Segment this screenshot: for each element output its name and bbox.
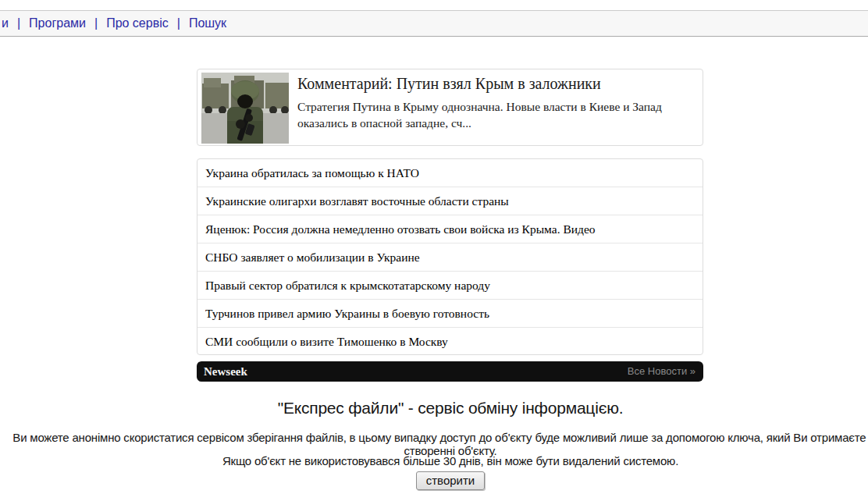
page: и|Програми|Про сервіс|Пошук: [0, 0, 868, 494]
service-heading: "Експрес файли" - сервіс обміну інформац…: [0, 399, 868, 418]
nav-separator: |: [177, 16, 180, 30]
soldier-photo-illustration: [201, 73, 289, 144]
news-item[interactable]: Турчинов привел армию Украины в боевую г…: [197, 300, 703, 328]
service-description-line1: Ви можете анонімно скористатися сервісом…: [0, 431, 868, 457]
news-item[interactable]: Украина обратилась за помощью к НАТО: [197, 159, 703, 187]
featured-news-title[interactable]: Комментарий: Путин взял Крым в заложники: [297, 75, 692, 93]
nav-link-search[interactable]: Пошук: [189, 16, 226, 30]
nav-separator: |: [17, 16, 20, 30]
news-item[interactable]: СНБО заявляет о мобилизации в Украине: [197, 243, 703, 272]
news-item[interactable]: Правый сектор обратился к крымскотатарск…: [197, 272, 703, 300]
featured-news-excerpt: Стратегия Путина в Крыму однозначна. Нов…: [297, 98, 692, 131]
newseek-logo: Newseek: [204, 361, 247, 382]
news-item[interactable]: Яценюк: Россия должна немедленно отозват…: [197, 215, 703, 243]
news-item[interactable]: Украинские олигархи возглавят восточные …: [197, 187, 703, 215]
all-news-link[interactable]: Все Новости »: [628, 361, 695, 382]
service-description-line2: Якщо об'єкт не використовувався більше 3…: [0, 454, 868, 467]
newseek-footer-bar: Newseek Все Новости »: [197, 361, 703, 382]
news-headlines-list: Украина обратилась за помощью к НАТО Укр…: [197, 158, 703, 355]
nav-link-programs[interactable]: Програми: [29, 16, 86, 30]
top-navigation: и|Програми|Про сервіс|Пошук: [0, 11, 868, 37]
nav-link-cutoff[interactable]: и: [2, 16, 9, 30]
featured-news-card: Комментарий: Путин взял Крым в заложники…: [197, 69, 703, 146]
nav-link-about-service[interactable]: Про сервіс: [106, 16, 169, 30]
nav-separator: |: [94, 16, 98, 30]
create-button[interactable]: створити: [416, 471, 485, 490]
news-item[interactable]: СМИ сообщили о визите Тимошенко в Москву: [197, 328, 703, 355]
featured-news-image[interactable]: [201, 73, 289, 144]
create-button-row: створити: [0, 471, 868, 490]
